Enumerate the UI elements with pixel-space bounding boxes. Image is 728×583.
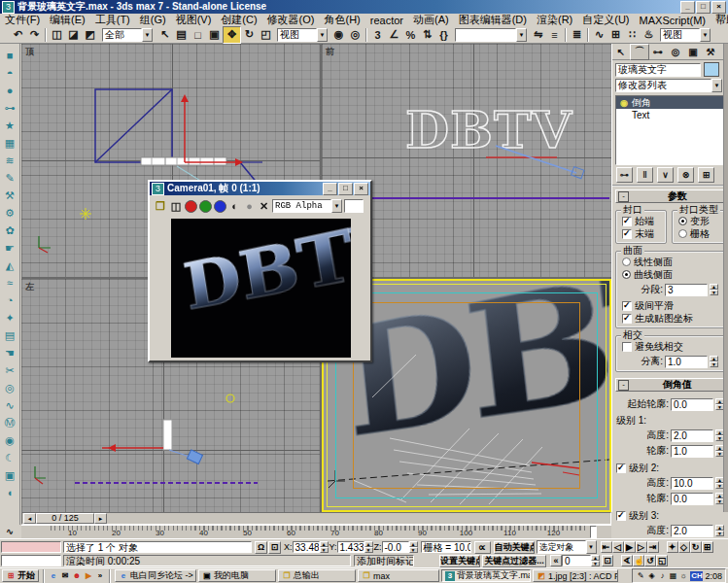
media-player-quicklaunch-icon[interactable]: ▶ — [84, 571, 93, 581]
select-and-link-icon[interactable]: ◫ — [49, 27, 65, 43]
tray-icon[interactable]: ☼ — [678, 571, 688, 581]
curve-editor-icon[interactable]: ∿ — [591, 27, 607, 43]
left-toolbar-icon[interactable]: ☾ — [2, 450, 17, 465]
rendered-image[interactable]: DBTV — [171, 219, 351, 358]
left-toolbar-icon[interactable]: ⚒ — [2, 188, 17, 203]
set-key-big-icon[interactable]: ∝ — [474, 541, 491, 554]
material-editor-icon[interactable]: ∷ — [624, 27, 641, 43]
parameters-rollout-header[interactable]: - 参数 — [615, 189, 725, 203]
linear-sides-radio[interactable] — [622, 257, 631, 266]
min-max-toggle-icon[interactable]: ◱ — [656, 555, 668, 566]
left-toolbar-icon[interactable]: Ⓜ — [2, 415, 17, 430]
menu-item[interactable]: 帮助(H) — [711, 13, 728, 27]
left-toolbar-icon[interactable]: ≈ — [2, 275, 17, 291]
task-acdsee[interactable]: ◩ 1.jpg [2:3] : ACD Phot... — [533, 569, 618, 582]
dropdown-arrow-icon[interactable] — [142, 28, 153, 42]
y-coordinate-field[interactable]: 1.433 — [337, 541, 364, 553]
separation-spinner[interactable] — [710, 356, 718, 367]
time-configuration-icon[interactable]: ⊡ — [602, 555, 613, 566]
blue-channel-icon[interactable] — [214, 200, 226, 213]
left-toolbar-icon[interactable]: ■ — [2, 48, 17, 63]
snap-toggle-3d-icon[interactable]: 3 — [369, 27, 386, 43]
cap-morph-radio[interactable] — [678, 217, 687, 225]
window-crossing-icon[interactable]: ▣ — [206, 27, 223, 43]
collapse-icon[interactable]: - — [618, 191, 629, 202]
mail-quicklaunch-icon[interactable]: ✉ — [60, 571, 70, 581]
left-toolbar-icon[interactable]: ⊶ — [2, 100, 17, 116]
unlink-selection-icon[interactable]: ◪ — [65, 27, 82, 43]
start-button[interactable]: ⊞ 开始 — [2, 569, 39, 582]
left-toolbar-icon[interactable]: ◭ — [2, 257, 17, 273]
monochrome-icon[interactable]: ◐ — [228, 198, 241, 214]
bind-to-space-warp-icon[interactable]: ◩ — [82, 27, 98, 43]
use-pivot-center-icon[interactable]: ◉ — [330, 27, 347, 43]
left-toolbar-icon[interactable]: ● — [2, 83, 17, 98]
level3-height-spinner[interactable] — [715, 525, 724, 536]
select-by-name-icon[interactable]: ▤ — [173, 27, 190, 43]
zoom-extents-all-icon[interactable]: ⊞ — [702, 541, 713, 553]
channel-display-dropdown[interactable]: RGB Alpha — [272, 199, 342, 213]
menu-item[interactable]: 视图(V) — [171, 13, 217, 27]
current-frame-field[interactable]: 0 — [562, 555, 591, 566]
previous-frame-icon[interactable]: ◁ — [612, 541, 624, 553]
menu-item[interactable]: 角色(H) — [320, 13, 365, 27]
selection-lock-icon[interactable]: Ω — [255, 541, 267, 554]
menu-item[interactable]: 组(G) — [135, 13, 171, 27]
time-slider-handle[interactable]: 0 / 125 — [36, 513, 94, 524]
omni-light-marker[interactable] — [226, 394, 234, 402]
menu-item[interactable]: reactor — [365, 15, 408, 26]
previous-frame-arrow[interactable]: ◂ — [23, 513, 36, 524]
maxscript-mini-listener-white[interactable] — [1, 555, 61, 566]
percent-snap-icon[interactable]: % — [402, 27, 419, 43]
layer-manager-icon[interactable]: ≣ — [569, 27, 585, 43]
left-toolbar-icon[interactable]: ◔ — [2, 292, 17, 308]
next-frame-arrow[interactable]: ▸ — [94, 513, 107, 524]
tab-display-icon[interactable]: ▣ — [684, 45, 702, 59]
menu-item[interactable]: 修改器(O) — [262, 13, 320, 27]
green-channel-icon[interactable] — [199, 200, 212, 213]
left-toolbar-icon[interactable]: ✂ — [2, 362, 17, 378]
panel-scrollbar[interactable] — [723, 44, 728, 512]
absolute-mode-icon[interactable]: ⊡ — [268, 541, 281, 554]
level1-outline-field[interactable]: 1.0 — [671, 445, 713, 458]
play-animation-icon[interactable]: ▶ — [624, 541, 636, 553]
menu-item[interactable]: 工具(T) — [90, 13, 135, 27]
field-of-view-icon[interactable]: ◇ — [678, 541, 690, 553]
text-object-side-wire[interactable] — [163, 420, 172, 450]
level1-height-field[interactable]: 2.0 — [671, 429, 713, 442]
smooth-across-levels-checkbox[interactable] — [622, 301, 632, 311]
start-outline-field[interactable]: 0.0 — [671, 398, 713, 411]
minimize-button[interactable]: _ — [680, 1, 695, 14]
left-toolbar-icon[interactable]: ▤ — [2, 327, 17, 343]
level3-checkbox[interactable] — [616, 511, 626, 521]
menu-item[interactable]: 自定义(U) — [577, 13, 634, 27]
dropdown-arrow-icon[interactable] — [331, 199, 342, 213]
level2-outline-field[interactable]: 0.0 — [671, 493, 713, 505]
color-sample-swatch[interactable] — [344, 199, 364, 213]
segments-field[interactable]: 3 — [665, 284, 708, 296]
modifier-list-dropdown[interactable]: 修改器列表 — [615, 79, 722, 92]
track-bar[interactable]: ∿ 102030405060708090100110120 — [21, 525, 611, 538]
left-toolbar-icon[interactable]: ✦ — [2, 310, 17, 326]
tray-icon[interactable]: ▦ — [668, 571, 677, 581]
bevel-values-rollout-header[interactable]: - 倒角值 — [615, 378, 725, 392]
curved-sides-radio[interactable] — [622, 270, 631, 279]
schematic-view-icon[interactable]: ⊞ — [607, 27, 624, 43]
x-coordinate-field[interactable]: 33.481 — [293, 541, 320, 553]
spinner-snap-icon[interactable]: ⇅ — [419, 27, 435, 43]
level2-height-field[interactable]: 10.0 — [671, 477, 713, 490]
select-and-rotate-icon[interactable]: ↻ — [241, 27, 258, 43]
redo-icon[interactable]: ↷ — [26, 27, 43, 43]
dropdown-arrow-icon[interactable] — [516, 28, 527, 42]
modifier-stack-row-bevel[interactable]: ◉ 倒角 — [616, 96, 724, 109]
modifier-stack-row-text[interactable]: Text — [616, 109, 724, 121]
left-toolbar-icon[interactable]: ◎ — [2, 380, 17, 395]
render-scene-icon[interactable]: ♨ — [641, 27, 657, 43]
generate-mapping-coords-checkbox[interactable] — [622, 314, 632, 324]
left-toolbar-icon[interactable]: ☚ — [2, 345, 17, 360]
dropdown-arrow-icon[interactable] — [586, 540, 597, 554]
menu-item[interactable]: 渲染(R) — [532, 13, 577, 27]
previous-key-icon[interactable]: « — [550, 555, 562, 566]
undo-icon[interactable]: ↶ — [10, 27, 26, 43]
level3-height-field[interactable]: 2.0 — [671, 525, 713, 537]
